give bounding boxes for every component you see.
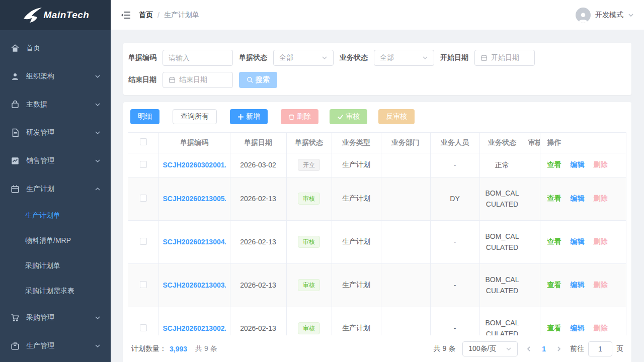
view-link[interactable]: 查看: [547, 160, 561, 169]
doc-code-link[interactable]: SCJH20260213005...: [163, 195, 226, 203]
sidebar-subitem-purchase-demand[interactable]: 采购计划需求表: [0, 279, 111, 304]
table-panel: 明细 查询所有 新增 删除: [123, 102, 631, 362]
start-date-picker[interactable]: 开始日期: [474, 50, 535, 66]
sidebar: MainTech 首页 组织架构: [0, 0, 111, 362]
filter-end-date: 结束日期 结束日期: [128, 72, 233, 88]
chevron-down-icon: [95, 73, 101, 79]
row-checkbox[interactable]: [140, 281, 147, 288]
doc-code-input-wrap: [163, 50, 233, 66]
prev-page-icon[interactable]: [525, 346, 533, 352]
audit-clipped-cell: [525, 307, 540, 335]
query-all-button[interactable]: 查询所有: [173, 109, 217, 124]
row-checkbox[interactable]: [140, 161, 147, 168]
table-header-row: 单据编码 单据日期 单据状态 业务类型 业务部门 业务人员 业务状态 审核 操作: [128, 133, 626, 153]
sidebar-item-production-plan[interactable]: 生产计划: [0, 175, 111, 203]
audit-clipped-cell: [525, 177, 540, 220]
breadcrumb: 首页 / 生产计划单: [139, 11, 199, 20]
calendar-icon: [169, 76, 176, 83]
edit-link[interactable]: 编辑: [571, 324, 585, 333]
col-biz-status: 业务状态: [479, 133, 525, 153]
delete-link[interactable]: 删除: [594, 281, 608, 290]
home-icon: [10, 43, 20, 53]
sidebar-item-home[interactable]: 首页: [0, 34, 111, 62]
chevron-down-icon: [95, 130, 101, 136]
breadcrumb-current: 生产计划单: [164, 11, 199, 20]
edit-link[interactable]: 编辑: [571, 194, 585, 203]
pagination-total: 共 9 条: [434, 344, 456, 353]
biz-status-label: 业务状态: [340, 53, 368, 62]
row-checkbox[interactable]: [140, 195, 147, 202]
view-link[interactable]: 查看: [547, 237, 561, 246]
doc-code-link[interactable]: SCJH20260213003...: [163, 281, 226, 289]
view-link[interactable]: 查看: [547, 324, 561, 333]
sidebar-item-manufacturing[interactable]: 生产管理: [0, 332, 111, 360]
col-actions: 操作: [540, 133, 626, 153]
sidebar-item-label: 研发管理: [26, 128, 95, 137]
doc-code-link[interactable]: SCJH20260213004...: [163, 238, 226, 246]
package-icon: [10, 341, 20, 351]
sidebar-item-masterdata[interactable]: 主数据: [0, 90, 111, 119]
pagination: 共 9 条 100条/页 1: [434, 341, 623, 356]
user-menu[interactable]: 开发模式: [576, 8, 634, 23]
doc-code-link[interactable]: SCJH20260302001...: [163, 161, 226, 169]
start-date-label: 开始日期: [440, 53, 468, 62]
delete-button[interactable]: 删除: [281, 109, 318, 124]
biz-status-value: 全部: [380, 53, 394, 62]
sidebar-item-label: 组织架构: [26, 72, 95, 81]
top-header: 首页 / 生产计划单 开发模式: [111, 0, 644, 30]
sidebar-subitem-label: 采购计划需求表: [25, 287, 101, 296]
delete-button-label: 删除: [297, 112, 311, 121]
select-all-cell: [128, 133, 158, 153]
doc-status-select[interactable]: 全部: [273, 50, 334, 66]
view-link[interactable]: 查看: [547, 194, 561, 203]
filter-start-date: 开始日期 开始日期: [440, 50, 535, 66]
row-checkbox[interactable]: [140, 324, 147, 331]
delete-link[interactable]: 删除: [594, 324, 608, 333]
view-link[interactable]: 查看: [547, 281, 561, 290]
sidebar-item-rd[interactable]: 研发管理: [0, 119, 111, 147]
table-row: SCJH20260302001... 2026-03-02 开立 生产计划 - …: [128, 153, 626, 177]
col-doc-code: 单据编码: [158, 133, 230, 153]
audit-button-label: 审核: [346, 112, 360, 121]
doc-code-input[interactable]: [169, 54, 227, 62]
sidebar-item-purchasing[interactable]: 采购管理: [0, 304, 111, 332]
add-button[interactable]: 新增: [230, 109, 268, 124]
data-table: 单据编码 单据日期 单据状态 业务类型 业务部门 业务人员 业务状态 审核 操作: [128, 133, 626, 335]
audit-button[interactable]: 审核: [330, 109, 367, 124]
edit-link[interactable]: 编辑: [571, 237, 585, 246]
trash-icon: [288, 114, 295, 120]
biz-status-select[interactable]: 全部: [374, 50, 434, 66]
goto-input-wrap: [588, 341, 612, 356]
sidebar-subitem-production-plan-order[interactable]: 生产计划单: [0, 203, 111, 228]
sidebar-subitem-bom-mrp[interactable]: 物料清单/MRP: [0, 228, 111, 253]
delete-link[interactable]: 删除: [594, 194, 608, 203]
page-size-select[interactable]: 100条/页: [462, 341, 518, 356]
biz-dept-cell: [381, 177, 430, 220]
sidebar-item-org[interactable]: 组织架构: [0, 62, 111, 90]
goto-label: 前往: [570, 344, 584, 353]
start-date-placeholder: 开始日期: [491, 53, 519, 62]
biz-dept-cell: [381, 263, 430, 307]
goto-page-input[interactable]: [594, 345, 606, 353]
end-date-picker[interactable]: 结束日期: [163, 72, 233, 88]
detail-button[interactable]: 明细: [130, 109, 159, 124]
edit-link[interactable]: 编辑: [571, 281, 585, 290]
delete-link[interactable]: 删除: [594, 160, 608, 169]
app-window: MainTech 首页 组织架构: [0, 0, 644, 362]
next-page-icon[interactable]: [555, 346, 563, 352]
delete-link[interactable]: 删除: [594, 237, 608, 246]
goto-page-group: 前往 页: [570, 341, 623, 356]
row-checkbox[interactable]: [140, 238, 147, 245]
search-button[interactable]: 搜索: [239, 72, 277, 88]
sidebar-item-sales[interactable]: 销售管理: [0, 147, 111, 175]
chevron-down-icon: [628, 12, 634, 18]
page-number-1[interactable]: 1: [540, 345, 548, 353]
doc-code-link[interactable]: SCJH20260213002...: [163, 324, 226, 332]
sidebar-fold-icon[interactable]: [121, 11, 131, 19]
sidebar-subitem-purchase-plan[interactable]: 采购计划单: [0, 253, 111, 279]
breadcrumb-home[interactable]: 首页: [139, 11, 153, 20]
edit-link[interactable]: 编辑: [571, 160, 585, 169]
unaudit-button[interactable]: 反审核: [378, 109, 415, 124]
select-all-checkbox[interactable]: [140, 138, 147, 145]
filter-doc-status: 单据状态 全部: [239, 50, 334, 66]
